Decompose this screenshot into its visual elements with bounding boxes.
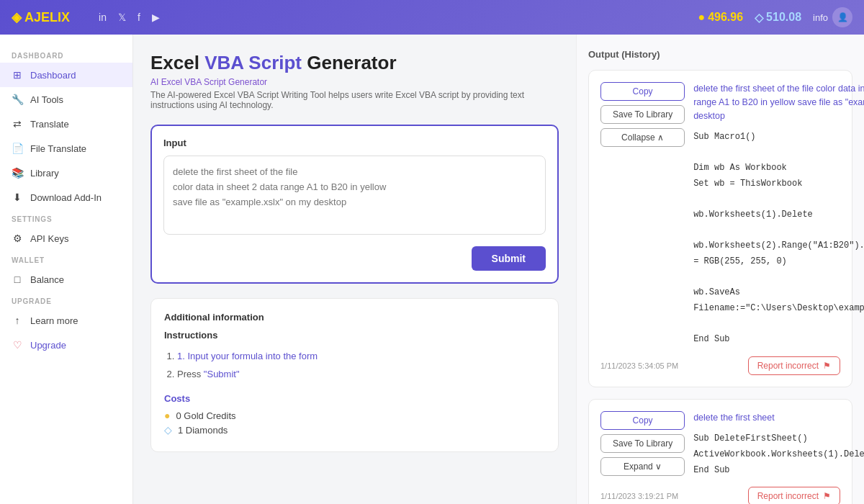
instructions-list: 1. Input your formula into the form Pres… (164, 348, 545, 383)
diamond-credits: ◇ 510.08 (755, 11, 801, 24)
output-timestamp-1: 1/11/2023 5:34:05 PM (600, 361, 678, 370)
copy-button-1[interactable]: Copy (600, 82, 685, 101)
linkedin-icon[interactable]: in (99, 12, 107, 23)
output-footer-1: 1/11/2023 5:34:05 PM Report incorrect ⚑ (600, 356, 840, 375)
sidebar-label-balance: Balance (30, 274, 64, 285)
copy-button-2[interactable]: Copy (600, 411, 685, 430)
content-area: Excel VBA Script Generator AI Excel VBA … (133, 35, 864, 504)
output-timestamp-2: 1/11/2023 3:19:21 PM (600, 492, 678, 500)
sidebar-item-translate[interactable]: ⇄Translate (0, 112, 132, 136)
logo-text: AJELIX (24, 10, 70, 25)
instruction-2: Press "Submit" (177, 366, 545, 384)
submit-button[interactable]: Submit (472, 246, 546, 271)
costs-label: Costs (164, 393, 545, 404)
sidebar-section-upgrade: UPGRADE (0, 292, 132, 308)
library-icon: 📚 (12, 167, 23, 179)
title-gen: Generator (302, 52, 397, 73)
sidebar-label-learn-more: Learn more (30, 315, 78, 326)
info-card: Additional information Instructions 1. I… (150, 298, 559, 452)
input-label: Input (163, 138, 546, 148)
sidebar-item-upgrade[interactable]: ♡Upgrade (0, 333, 132, 357)
cost-gold-item: ● 0 Gold Credits (164, 410, 545, 421)
sidebar-item-learn-more[interactable]: ↑Learn more (0, 308, 132, 333)
submit-row: Submit (163, 246, 546, 271)
cost-gold-icon: ● (164, 410, 170, 421)
output-content-2: delete the first sheet Sub DeleteFirstSh… (693, 411, 864, 479)
learn-more-icon: ↑ (12, 315, 23, 326)
ai-tools-icon: 🔧 (12, 94, 23, 105)
api-keys-icon: ⚙ (12, 233, 23, 244)
page-title: Excel VBA Script Generator (150, 52, 559, 74)
collapse-icon-1: ∧ (657, 132, 664, 143)
title-excel: Excel (150, 52, 204, 73)
output-label: Output (History) (588, 49, 852, 60)
save-button-1[interactable]: Save To Library (600, 105, 685, 124)
sidebar-item-balance[interactable]: □Balance (0, 267, 132, 292)
sidebar-item-api-keys[interactable]: ⚙API Keys (0, 226, 132, 251)
sidebar-label-library: Library (30, 168, 59, 179)
output-card-1: Copy Save To Library Collapse ∧ delete t… (588, 70, 852, 387)
sidebar-section-wallet: WALLET (0, 251, 132, 267)
report-button-2[interactable]: Report incorrect ⚑ (748, 487, 840, 504)
output-card-2: Copy Save To Library Expand ∨ delete the… (588, 399, 852, 504)
collapse-label-1: Collapse (621, 132, 655, 143)
cost-diamond-icon: ◇ (164, 424, 172, 436)
output-buttons-2: Copy Save To Library Expand ∨ (600, 411, 685, 479)
sidebar-label-ai-tools: AI Tools (30, 94, 63, 105)
sidebar-item-dashboard[interactable]: ⊞Dashboard (0, 63, 132, 87)
sidebar-label-translate: Translate (30, 119, 69, 130)
gold-amount: 496.96 (708, 11, 743, 24)
balance-icon: □ (12, 274, 23, 285)
expand-button-2[interactable]: Expand ∨ (600, 457, 685, 476)
cost-diamond-text: 1 Diamonds (178, 425, 228, 436)
main-layout: DASHBOARD⊞Dashboard🔧AI Tools⇄Translate📄F… (0, 35, 864, 504)
input-textarea[interactable] (163, 156, 546, 235)
report-button-1[interactable]: Report incorrect ⚑ (748, 356, 840, 375)
report-flag-icon-2: ⚑ (823, 491, 831, 501)
sidebar-label-upgrade: Upgrade (30, 340, 66, 351)
avatar-icon: 👤 (837, 12, 848, 22)
page-subtitle: AI Excel VBA Script Generator (150, 77, 559, 87)
right-panel: Output (History) Copy Save To Library Co… (576, 35, 864, 504)
sidebar-section-settings: SETTINGS (0, 210, 132, 226)
sidebar-label-dashboard: Dashboard (30, 70, 76, 81)
left-panel: Excel VBA Script Generator AI Excel VBA … (133, 35, 576, 504)
output-top-1: Copy Save To Library Collapse ∧ delete t… (600, 82, 840, 348)
input-card: Input Submit (150, 125, 559, 284)
diamond-amount: 510.08 (766, 11, 801, 24)
topnav: ◈ AJELIX in 𝕏 f ▶ ● 496.96 ◇ 510.08 info… (0, 0, 864, 35)
sidebar-item-ai-tools[interactable]: 🔧AI Tools (0, 87, 132, 112)
report-flag-icon-1: ⚑ (823, 361, 831, 371)
report-label-2: Report incorrect (757, 491, 819, 501)
save-button-2[interactable]: Save To Library (600, 434, 685, 453)
output-desc-2[interactable]: delete the first sheet (693, 411, 864, 425)
youtube-icon[interactable]: ▶ (152, 12, 160, 23)
diamond-icon: ◇ (755, 11, 763, 24)
file-translate-icon: 📄 (12, 143, 23, 154)
facebook-icon[interactable]: f (138, 12, 140, 23)
collapse-button-1[interactable]: Collapse ∧ (600, 128, 685, 147)
avatar[interactable]: 👤 (832, 7, 852, 27)
output-content-1: delete the first sheet of the file color… (693, 82, 864, 348)
gold-icon: ● (698, 11, 705, 24)
output-buttons-1: Copy Save To Library Collapse ∧ (600, 82, 685, 348)
expand-icon-2: ∨ (655, 462, 662, 472)
instruction-1-text: 1. Input your formula into the form (177, 351, 318, 361)
cost-diamond-item: ◇ 1 Diamonds (164, 424, 545, 436)
info-button[interactable]: info 👤 (813, 7, 852, 27)
title-vba: VBA Script (204, 52, 302, 73)
sidebar-item-library[interactable]: 📚Library (0, 161, 132, 185)
output-desc-1[interactable]: delete the first sheet of the file color… (693, 82, 864, 122)
page-desc: The AI-powered Excel VBA Script Writing … (150, 90, 559, 110)
topnav-right: ● 496.96 ◇ 510.08 info 👤 (698, 7, 852, 27)
logo[interactable]: ◈ AJELIX (12, 9, 70, 25)
sidebar-item-download[interactable]: ⬇Download Add-In (0, 185, 132, 210)
sidebar-item-file-translate[interactable]: 📄File Translate (0, 136, 132, 161)
report-label-1: Report incorrect (757, 361, 819, 371)
sidebar-label-download: Download Add-In (30, 192, 102, 203)
instruction-2-highlight: "Submit" (204, 369, 240, 379)
gold-credits: ● 496.96 (698, 11, 743, 24)
output-code-1: Sub Macro1() Dim wb As Workbook Set wb =… (693, 130, 864, 347)
social-icons: in 𝕏 f ▶ (99, 12, 160, 23)
twitter-icon[interactable]: 𝕏 (118, 12, 126, 23)
